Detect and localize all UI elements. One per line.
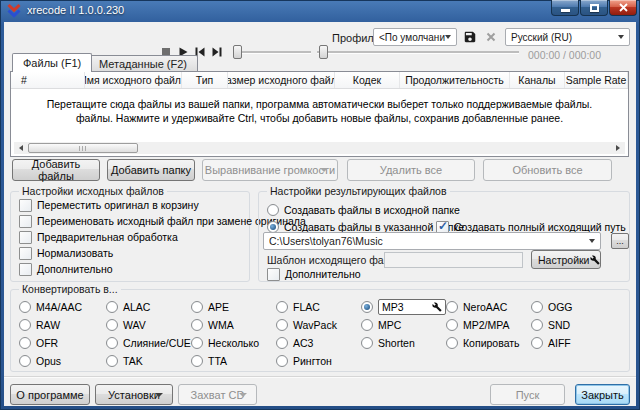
source-option-4[interactable]: Нормализовать	[19, 245, 247, 261]
column-header-3[interactable]: Тип	[182, 72, 228, 88]
radio-icon[interactable]	[191, 319, 203, 331]
format-option[interactable]: TTA	[191, 352, 276, 370]
format-option[interactable]: M4A/AAC	[19, 298, 106, 316]
column-header-8[interactable]: Sample Rate	[565, 72, 628, 88]
checkbox-icon[interactable]	[19, 231, 32, 244]
radio-icon[interactable]	[531, 319, 543, 331]
format-option[interactable]: WAV	[106, 316, 191, 334]
format-option[interactable]: NeroAAC	[446, 298, 531, 316]
format-option[interactable]: WMA	[191, 316, 276, 334]
format-option[interactable]: FLAC	[276, 298, 361, 316]
format-option[interactable]: RAW	[19, 316, 106, 334]
format-option[interactable]: Opus	[19, 352, 106, 370]
source-option-1[interactable]: Переместить оригинал в корзину	[19, 197, 247, 213]
source-option-2[interactable]: Переименовать исходный файл при замене о…	[19, 213, 247, 229]
format-option[interactable]: ALAC	[106, 298, 191, 316]
scroll-thumb[interactable]	[28, 143, 138, 153]
maximize-button[interactable]	[580, 0, 608, 16]
scroll-right-button[interactable]	[611, 142, 625, 154]
checkbox-icon[interactable]	[19, 215, 32, 228]
about-button[interactable]: О программе	[10, 384, 90, 405]
close-app-button[interactable]: Закрыть	[575, 384, 630, 405]
close-window-button[interactable]	[609, 0, 637, 16]
volume-slider[interactable]	[317, 44, 519, 60]
format-option[interactable]: Shorten	[361, 334, 446, 352]
format-option[interactable]: Слияние/CUE	[106, 334, 191, 352]
slider-thumb[interactable]	[319, 45, 328, 59]
checkbox-icon[interactable]	[19, 199, 32, 212]
radio-icon[interactable]	[19, 355, 31, 367]
format-option[interactable]: MP2/MPA	[446, 316, 531, 334]
format-option[interactable]: AC3	[276, 334, 361, 352]
format-option[interactable]: MP3	[361, 298, 446, 316]
scroll-left-button[interactable]	[14, 142, 28, 154]
radio-icon[interactable]	[106, 301, 118, 313]
radio-icon[interactable]	[531, 337, 543, 349]
start-button[interactable]: Пуск	[490, 384, 565, 405]
radio-icon[interactable]	[106, 337, 118, 349]
format-selected-box[interactable]: MP3	[378, 299, 446, 315]
radio-icon[interactable]	[106, 319, 118, 331]
radio-icon[interactable]	[19, 301, 31, 313]
action-button-5[interactable]: Обновить все	[483, 159, 612, 181]
format-option[interactable]: Рингтон	[276, 352, 361, 370]
titlebar[interactable]: xrecode II 1.0.0.230	[0, 0, 640, 22]
grab-cd-button[interactable]: Захват CD	[178, 384, 257, 405]
radio-icon[interactable]	[191, 301, 203, 313]
format-option[interactable]: Копировать	[446, 334, 531, 352]
column-header-6[interactable]: Продолжительность	[400, 72, 510, 88]
action-button-3[interactable]: Выравнивание громкости	[202, 159, 338, 181]
delete-profile-button[interactable]	[485, 31, 497, 43]
format-option[interactable]: OGG	[531, 298, 625, 316]
column-header-7[interactable]: Каналы	[510, 72, 565, 88]
radio-icon[interactable]	[446, 337, 458, 349]
format-option[interactable]: Несколько	[191, 334, 276, 352]
radio-icon[interactable]	[191, 337, 203, 349]
checkbox-icon[interactable]	[267, 268, 280, 281]
radio-icon[interactable]	[276, 319, 288, 331]
radio-icon[interactable]	[361, 337, 373, 349]
radio-icon[interactable]	[191, 355, 203, 367]
output-path-combo[interactable]: C:\Users\tolyan76\Music	[263, 232, 601, 250]
radio-icon[interactable]	[446, 301, 458, 313]
minimize-button[interactable]	[551, 0, 579, 16]
column-header-1[interactable]: #	[11, 72, 85, 88]
advanced-checkbox[interactable]: Дополнительно	[267, 266, 361, 282]
radio-icon[interactable]	[19, 319, 31, 331]
browse-button[interactable]: ...	[611, 233, 629, 249]
action-button-1[interactable]: Добавить файлы	[12, 159, 100, 181]
column-header-4[interactable]: Размер исходного файла	[228, 72, 335, 88]
action-button-4[interactable]: Удалить все	[347, 159, 475, 181]
source-option-3[interactable]: Предварительная обработка	[19, 229, 247, 245]
source-option-5[interactable]: Дополнительно	[19, 261, 247, 277]
radio-icon[interactable]	[276, 337, 288, 349]
language-combo[interactable]: Русский (RU)	[505, 28, 630, 46]
output-format-settings-button[interactable]: Настройки	[531, 250, 601, 269]
radio-selected-icon[interactable]	[361, 301, 373, 313]
column-header-2[interactable]: Имя исходного файла	[85, 72, 182, 88]
format-option[interactable]: APE	[191, 298, 276, 316]
format-option[interactable]: TAK	[106, 352, 191, 370]
checkbox-icon[interactable]	[19, 263, 32, 276]
format-option[interactable]: OFR	[19, 334, 106, 352]
horizontal-scrollbar[interactable]	[14, 142, 625, 154]
format-option[interactable]: AIFF	[531, 334, 625, 352]
column-header-5[interactable]: Кодек	[335, 72, 400, 88]
template-input[interactable]	[384, 252, 523, 268]
seek-slider[interactable]	[233, 44, 311, 60]
action-button-2[interactable]: Добавить папку	[107, 159, 195, 181]
tab-metadata[interactable]: Метаданные (F2)	[88, 55, 198, 72]
radio-icon[interactable]	[19, 337, 31, 349]
radio-icon[interactable]	[446, 319, 458, 331]
radio-icon[interactable]	[267, 204, 279, 216]
radio-icon[interactable]	[106, 355, 118, 367]
format-option[interactable]: MPC	[361, 316, 446, 334]
settings-menu-button[interactable]: Установки	[95, 384, 173, 405]
next-track-button[interactable]	[211, 46, 223, 58]
radio-icon[interactable]	[361, 319, 373, 331]
slider-thumb[interactable]	[233, 45, 242, 59]
radio-same-folder[interactable]: Создавать файлы в исходной папке	[267, 202, 460, 218]
save-profile-button[interactable]	[462, 29, 477, 44]
format-option[interactable]: SND	[531, 316, 625, 334]
tab-files[interactable]: Файлы (F1)	[12, 53, 92, 72]
